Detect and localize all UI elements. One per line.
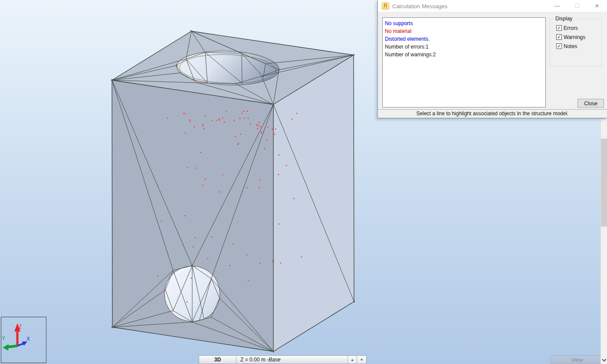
level-up-button[interactable]: ▲	[348, 356, 357, 364]
level-prefix: Z = 0.00 m -	[240, 357, 269, 363]
level-selector[interactable]: Z = 0.00 m - Base	[236, 356, 348, 364]
close-button[interactable]: Close	[577, 99, 604, 108]
scrollbar-down-button[interactable]	[601, 357, 607, 364]
warnings-checkbox-row[interactable]: ✓ Warnings	[556, 34, 585, 40]
vertical-scrollbar[interactable]	[600, 119, 607, 364]
display-groupbox: Display ✓ Errors ✓ Warnings ✓ Notes	[550, 19, 602, 66]
level-down-button[interactable]: ▼	[357, 356, 366, 364]
message-line[interactable]: Number of warnings:2	[385, 51, 545, 58]
viewport-status-bar: 3D Z = 0.00 m - Base ▲ ▼	[199, 355, 367, 364]
close-window-button[interactable]: ✕	[587, 0, 607, 12]
checkbox-icon[interactable]: ✓	[556, 25, 562, 31]
level-name: Base	[269, 357, 280, 363]
errors-checkbox-row[interactable]: ✓ Errors	[556, 25, 578, 31]
svg-text:Y: Y	[2, 335, 5, 341]
checkbox-label: Errors	[564, 25, 578, 31]
checkbox-icon[interactable]: ✓	[556, 43, 562, 49]
dialog-titlebar[interactable]: R Calculation Messages — ☐ ✕	[378, 0, 607, 12]
dialog-status-hint: Select a line to highlight associated ob…	[378, 109, 607, 117]
message-line[interactable]: No material	[385, 27, 545, 35]
message-line[interactable]: No supports	[385, 20, 545, 27]
axis-triad-box: Z X Y	[1, 317, 46, 363]
chevron-down-icon	[602, 358, 606, 362]
view-panel-tab[interactable]: View	[550, 355, 604, 364]
notes-checkbox-row[interactable]: ✓ Notes	[556, 43, 577, 49]
message-line[interactable]: Distorted elements.	[385, 35, 545, 43]
message-list: No supports No material Distorted elemen…	[382, 17, 546, 107]
checkbox-label: Warnings	[564, 34, 585, 40]
robot-app-icon: R	[382, 2, 389, 10]
maximize-button[interactable]: ☐	[567, 0, 587, 12]
minimize-button[interactable]: —	[547, 0, 567, 12]
calculation-messages-dialog: R Calculation Messages — ☐ ✕ No supports…	[377, 0, 607, 118]
dialog-title: Calculation Messages	[392, 3, 447, 10]
axis-triad-icon: Z X Y	[1, 317, 46, 363]
message-line[interactable]: Number of errors:1	[385, 43, 545, 51]
checkbox-label: Notes	[564, 43, 577, 49]
svg-text:Z: Z	[19, 324, 22, 330]
checkbox-icon[interactable]: ✓	[556, 34, 562, 40]
display-group-label: Display	[554, 16, 574, 22]
svg-text:X: X	[26, 336, 30, 342]
scrollbar-thumb[interactable]	[601, 139, 607, 227]
view-mode-selector[interactable]: 3D	[199, 356, 236, 364]
